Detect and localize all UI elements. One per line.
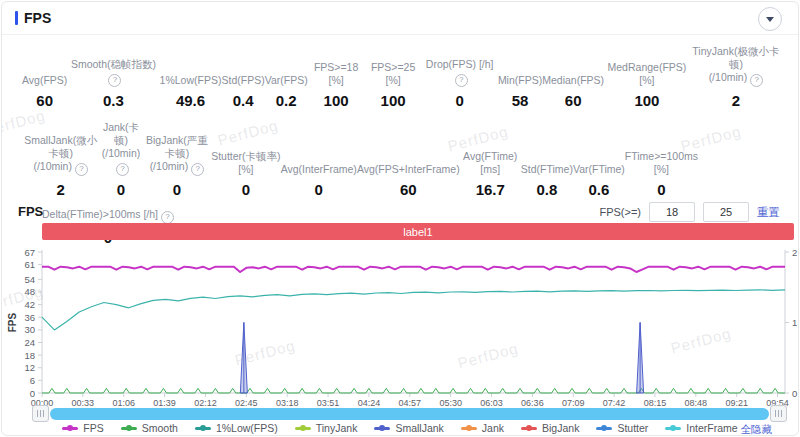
legend-swatch-icon — [665, 427, 681, 430]
stat-value: 0.6 — [588, 181, 609, 198]
help-icon[interactable]: ? — [750, 74, 763, 87]
legend-swatch-icon — [521, 427, 537, 430]
scrollbar-track[interactable] — [50, 408, 769, 420]
legend-label: Smooth — [142, 422, 178, 434]
collapse-button[interactable] — [758, 7, 782, 31]
stat-label: FPS>=18 [%] — [308, 61, 365, 87]
stat-smooth: Smooth(稳帧指数)?0.3 — [67, 58, 159, 109]
svg-text:6: 6 — [30, 375, 35, 386]
fps-max-input[interactable] — [703, 202, 749, 222]
svg-text:48: 48 — [24, 286, 35, 297]
svg-text:42: 42 — [24, 299, 35, 310]
svg-text:18: 18 — [24, 350, 35, 361]
stat-label: Stutter(卡顿率) [%] — [211, 150, 280, 176]
svg-text:00:33: 00:33 — [72, 398, 95, 406]
stat-value: 0 — [242, 181, 250, 198]
chart-legend: FPSSmooth1%Low(FPS)TinyJankSmallJankJank… — [2, 422, 798, 434]
stat-fps-18-%: FPS>=18 [%]100 — [308, 61, 365, 109]
stat-label: MedRange(FPS)[%] — [604, 61, 690, 87]
panel-header: FPS — [2, 2, 798, 35]
stat-value: 0.8 — [536, 181, 557, 198]
stat-label: Avg(FPS+InterFrame) — [357, 163, 460, 176]
stat-value: 0.3 — [103, 92, 124, 109]
stat-value: 60 — [400, 181, 417, 198]
stat-stutter: Stutter(卡顿率) [%]0 — [211, 150, 280, 198]
stat-label: TinyJank(极微小卡顿) (/10min)? — [690, 45, 782, 87]
help-icon[interactable]: ? — [108, 74, 121, 87]
stat-value: 16.7 — [476, 181, 505, 198]
stat-label: Var(FTime) — [573, 163, 625, 176]
legend-item-big-jank[interactable]: BigJank — [521, 422, 579, 434]
legend-item-low-fps[interactable]: 1%Low(FPS) — [195, 422, 278, 434]
stat-avg: Avg(FPS)60 — [22, 74, 67, 109]
legend-swatch-icon — [461, 427, 477, 430]
legend-item-smooth[interactable]: Smooth — [121, 422, 178, 434]
stat-median: Median(FPS)60 — [542, 74, 604, 109]
stat-value: 49.6 — [176, 92, 205, 109]
stat-smalljank: SmallJank(微小卡顿) (/10min)?2 — [22, 134, 99, 198]
legend-label: FPS — [83, 422, 103, 434]
stat-label: Median(FPS) — [542, 74, 604, 87]
legend-label: InterFrame — [686, 422, 737, 434]
scrollbar-left-handle[interactable] — [32, 405, 49, 422]
stat-value: 58 — [512, 92, 529, 109]
svg-text:08:48: 08:48 — [685, 398, 708, 406]
chart-title: FPS — [18, 204, 43, 219]
stat-label: Std(FPS) — [221, 74, 264, 87]
legend-item-small-jank[interactable]: SmallJank — [374, 422, 443, 434]
stat-label: Min(FPS) — [498, 74, 542, 87]
chart-scrollbar[interactable] — [32, 406, 787, 421]
stat-label: Smooth(稳帧指数)? — [67, 58, 159, 87]
grip-icon — [775, 410, 782, 417]
legend-swatch-icon — [195, 427, 211, 430]
legend-swatch-icon — [374, 427, 390, 430]
svg-text:09:21: 09:21 — [725, 398, 748, 406]
fps-min-input[interactable] — [649, 202, 695, 222]
help-icon[interactable]: ? — [116, 163, 129, 176]
stat-tinyjank: TinyJank(极微小卡顿) (/10min)?2 — [690, 45, 782, 109]
legend-swatch-icon — [121, 427, 137, 430]
fps-line-chart[interactable]: 0612182430364248546167012FPSJank00:0000:… — [2, 244, 799, 406]
svg-text:06:03: 06:03 — [480, 398, 503, 406]
stat-value: 0 — [456, 92, 464, 109]
stat-drop: Drop(FPS) [/h]?0 — [422, 58, 498, 109]
hide-all-button[interactable]: 全隐藏 — [741, 423, 773, 436]
stat-std: Std(FTime)0.8 — [521, 163, 573, 198]
stat-ftime-100ms-%: FTime>=100ms [%]0 — [625, 150, 698, 198]
svg-text:61: 61 — [24, 259, 35, 270]
stats-row-1: Avg(FPS)60Smooth(稳帧指数)?0.31%Low(FPS)49.6… — [2, 35, 798, 109]
legend-item-fps[interactable]: FPS — [62, 422, 103, 434]
legend-label: 1%Low(FPS) — [216, 422, 278, 434]
svg-text:01:39: 01:39 — [153, 398, 176, 406]
legend-label: BigJank — [542, 422, 579, 434]
svg-text:06:36: 06:36 — [521, 398, 544, 406]
legend-item-stutter[interactable]: Stutter — [596, 422, 648, 434]
stat-std: Std(FPS)0.4 — [221, 74, 264, 109]
stats-row-2: SmallJank(微小卡顿) (/10min)?2Jank(卡顿) (/10m… — [2, 109, 798, 198]
legend-item-jank[interactable]: Jank — [461, 422, 504, 434]
reset-button[interactable]: 重置 — [757, 205, 780, 220]
legend-label: Jank — [482, 422, 504, 434]
stat-fps-25-%: FPS>=25 [%]100 — [365, 61, 422, 109]
help-icon[interactable]: ? — [455, 74, 468, 87]
panel-title: FPS — [24, 10, 51, 26]
svg-text:FPS: FPS — [7, 312, 18, 332]
legend-item-inter-frame[interactable]: InterFrame — [665, 422, 737, 434]
legend-swatch-icon — [596, 427, 612, 430]
label-banner[interactable]: label1 — [42, 223, 794, 240]
stat-var: Var(FTime)0.6 — [573, 163, 625, 198]
stat-value: 0.4 — [233, 92, 254, 109]
svg-text:08:15: 08:15 — [644, 398, 667, 406]
scrollbar-right-handle[interactable] — [770, 405, 787, 422]
help-icon[interactable]: ? — [191, 163, 204, 176]
svg-text:02:12: 02:12 — [194, 398, 217, 406]
stat-value: 0 — [117, 181, 125, 198]
stat-avg: Avg(FTime) [ms]16.7 — [460, 150, 521, 198]
svg-text:07:42: 07:42 — [603, 398, 626, 406]
stat-value: 2 — [732, 92, 740, 109]
help-icon[interactable]: ? — [75, 163, 88, 176]
stat-value: 60 — [565, 92, 582, 109]
svg-text:54: 54 — [24, 274, 35, 285]
legend-item-tiny-jank[interactable]: TinyJank — [295, 422, 358, 434]
legend-swatch-icon — [62, 427, 78, 430]
